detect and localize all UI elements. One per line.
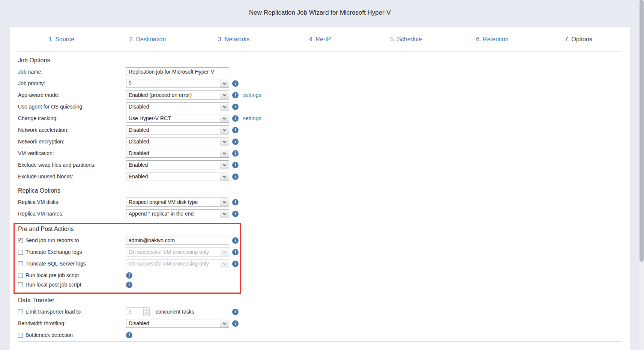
chevron-down-icon[interactable] [220, 114, 229, 122]
section-heading-replica-options: Replica Options [18, 187, 630, 194]
exclude-swap-select[interactable]: Enabled [126, 160, 229, 169]
report-email-input[interactable] [126, 236, 229, 245]
scrollbar-thumb[interactable] [639, 0, 644, 262]
chevron-down-icon[interactable] [220, 126, 229, 134]
step-networks[interactable]: 3. Networks [191, 36, 277, 43]
truncate-exchange-label: Truncate Exchange logs [26, 249, 82, 255]
form-row-vm-verification: VM verification: Disabled i [18, 149, 630, 158]
step-retention[interactable]: 6. Retention [449, 36, 536, 43]
select-value: Enabled (proceed on error) [126, 92, 220, 98]
truncate-sql-select: On successful VM processing only [126, 259, 229, 268]
info-icon[interactable]: i [232, 104, 239, 110]
network-encryption-select[interactable]: Disabled [126, 137, 229, 146]
replica-vm-disks-select[interactable]: Respect original VM disk type [126, 198, 229, 207]
select-value: Disabled [126, 150, 220, 156]
info-icon[interactable]: i [232, 249, 239, 255]
change-tracking-settings-link[interactable]: settings [243, 115, 261, 121]
info-icon[interactable]: i [232, 261, 239, 267]
form-row-bottleneck-detection: Bottleneck detection i [18, 330, 630, 339]
change-tracking-select[interactable]: Use Hyper-V RCT [126, 114, 229, 123]
chevron-down-icon[interactable] [220, 91, 229, 99]
network-encryption-label: Network encryption: [18, 139, 126, 145]
info-icon[interactable]: i [232, 173, 239, 180]
chevron-down-icon[interactable] [220, 137, 229, 146]
info-icon[interactable]: i [232, 199, 239, 205]
step-options[interactable]: 7. Options [535, 36, 621, 43]
concurrent-tasks-stepper: 3 [126, 307, 150, 316]
chevron-down-icon[interactable] [220, 210, 229, 218]
step-source[interactable]: 1. Source [18, 36, 105, 43]
stepper-buttons [143, 307, 150, 316]
bottleneck-detection-checkbox-group: Bottleneck detection [18, 332, 126, 338]
job-name-input[interactable] [126, 67, 229, 76]
form-row-network-acceleration: Network acceleration: Disabled i [18, 125, 630, 134]
form-row-job-priority: Job priority: 5 i [18, 79, 630, 88]
exclude-unused-select[interactable]: Enabled [126, 172, 229, 181]
truncate-exchange-checkbox[interactable] [18, 250, 23, 255]
info-icon[interactable]: i [232, 162, 239, 168]
replica-vm-names-select[interactable]: Append "-replica" in the end [126, 209, 229, 218]
network-acceleration-label: Network acceleration: [18, 127, 126, 133]
step-schedule[interactable]: 5. Schedule [363, 36, 449, 43]
select-value: On successful VM processing only [126, 249, 220, 255]
form-row-truncate-sql: Truncate SQL Server logs On successful V… [18, 259, 240, 268]
os-quiescing-label: Use agent for OS quiescing: [18, 104, 126, 110]
chevron-down-icon[interactable] [220, 103, 229, 111]
app-aware-settings-link[interactable]: settings [243, 92, 261, 98]
chevron-down-icon [145, 312, 148, 314]
vm-verification-select[interactable]: Disabled [126, 149, 229, 158]
post-job-script-checkbox-group: Run local post job script [18, 282, 126, 288]
info-icon[interactable]: i [126, 282, 132, 288]
wizard-card: 1. Source 2. Destination 3. Networks 4. … [10, 27, 630, 350]
info-icon[interactable]: i [232, 139, 239, 145]
job-priority-label: Job priority: [18, 80, 126, 86]
form-row-post-job-script: Run local post job script i [18, 280, 240, 289]
bottleneck-detection-checkbox[interactable] [18, 333, 23, 338]
select-value: Disabled [126, 320, 220, 326]
info-icon[interactable]: i [232, 115, 239, 122]
chevron-down-icon[interactable] [220, 161, 229, 169]
form-row-job-name: Job name: [18, 67, 630, 76]
job-priority-select[interactable]: 5 [126, 79, 229, 88]
pre-job-script-label: Run local pre job script [26, 272, 79, 278]
network-acceleration-select[interactable]: Disabled [126, 125, 229, 134]
select-value: Disabled [126, 104, 220, 110]
info-icon[interactable]: i [126, 332, 132, 338]
select-value: Respect original VM disk type [126, 199, 220, 205]
limit-transporter-checkbox[interactable] [18, 309, 23, 314]
info-icon[interactable]: i [232, 92, 239, 98]
chevron-down-icon[interactable] [220, 79, 229, 88]
bandwidth-throttling-select[interactable]: Disabled [126, 319, 229, 328]
os-quiescing-select[interactable]: Disabled [126, 102, 229, 111]
info-icon[interactable]: i [232, 80, 239, 87]
info-icon[interactable]: i [232, 211, 239, 217]
annotation-highlight-box: Pre and Post Actions Send job run report… [14, 223, 241, 294]
info-icon[interactable]: i [232, 150, 239, 157]
truncate-sql-checkbox[interactable] [18, 261, 23, 266]
info-icon[interactable]: i [232, 320, 239, 327]
info-icon[interactable]: i [126, 272, 132, 279]
chevron-down-icon[interactable] [220, 198, 229, 206]
section-heading-pre-post-actions: Pre and Post Actions [18, 225, 240, 232]
send-reports-checkbox[interactable] [18, 238, 23, 243]
info-icon[interactable]: i [232, 309, 239, 315]
app-aware-mode-select[interactable]: Enabled (proceed on error) [126, 91, 229, 100]
limit-transporter-label: Limit transporter load to [26, 309, 81, 315]
form-row-os-quiescing: Use agent for OS quiescing: Disabled i [18, 102, 630, 111]
step-re-ip[interactable]: 4. Re-IP [277, 36, 363, 43]
info-icon[interactable]: i [232, 127, 239, 133]
form-row-send-reports: Send job run reports to i [18, 236, 240, 245]
send-reports-label: Send job run reports to [26, 237, 79, 243]
post-job-script-checkbox[interactable] [18, 282, 23, 287]
section-heading-job-options: Job Options [18, 57, 630, 64]
chevron-down-icon[interactable] [220, 149, 229, 157]
chevron-down-icon[interactable] [220, 319, 229, 327]
vm-verification-label: VM verification: [18, 150, 126, 156]
info-icon[interactable]: i [232, 237, 239, 244]
pre-job-script-checkbox[interactable] [18, 273, 23, 278]
form-row-limit-transporter: Limit transporter load to 3 concurrent t… [18, 307, 630, 316]
concurrent-tasks-suffix: concurrent tasks [156, 309, 194, 315]
step-destination[interactable]: 2. Destination [105, 36, 191, 43]
chevron-down-icon[interactable] [220, 172, 229, 181]
send-reports-checkbox-group: Send job run reports to [18, 237, 126, 243]
